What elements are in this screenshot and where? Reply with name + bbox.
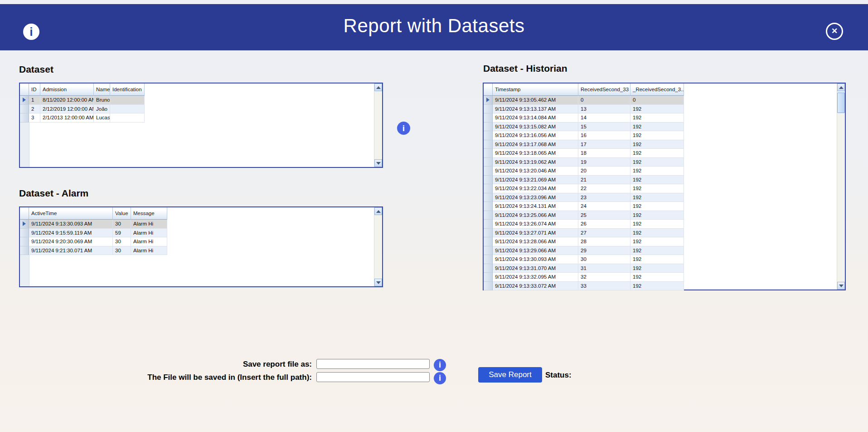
table-row[interactable]: 9/11/2024 9:20:30.069 AM30Alarm Hi — [20, 237, 382, 246]
row-header-cell[interactable] — [484, 123, 493, 132]
table-row[interactable]: 9/11/2024 9:13:25.066 AM25192 — [484, 211, 845, 220]
cell[interactable]: 9/11/2024 9:13:16.056 AM — [493, 131, 578, 140]
row-header-cell[interactable] — [484, 167, 493, 176]
column-header-receivedsecond-33[interactable]: ReceivedSecond_33 — [578, 83, 630, 96]
table-row[interactable]: 9/11/2024 9:21:30.071 AM30Alarm Hi — [20, 246, 382, 255]
cell[interactable]: 9/11/2024 9:13:25.066 AM — [493, 211, 578, 220]
cell[interactable]: 1 — [29, 96, 40, 105]
table-row[interactable]: 9/11/2024 9:13:24.131 AM24192 — [484, 202, 845, 211]
file-name-info-icon[interactable]: i — [434, 359, 446, 371]
select-all-corner-cell[interactable] — [484, 83, 493, 96]
cell[interactable]: Alarm Hi — [131, 237, 167, 246]
cell[interactable]: 0 — [630, 96, 684, 105]
scroll-up-button[interactable] — [837, 83, 845, 91]
file-path-info-icon[interactable]: i — [434, 372, 446, 384]
row-header-cell[interactable] — [484, 264, 493, 273]
row-header-cell[interactable] — [484, 229, 493, 238]
cell[interactable]: 192 — [630, 255, 684, 264]
cell[interactable]: 2/12/2019 12:00:00 AM — [40, 105, 94, 114]
cell[interactable]: 2 — [29, 105, 40, 114]
cell[interactable]: 30 — [578, 255, 630, 264]
column-header-timestamp[interactable]: Timestamp — [493, 83, 578, 96]
table-row[interactable]: 32/1/2013 12:00:00 AMLucas — [20, 113, 382, 123]
cell[interactable]: 9/11/2024 9:13:28.066 AM — [493, 237, 578, 246]
cell[interactable]: 9/11/2024 9:13:30.093 AM — [29, 220, 113, 229]
cell[interactable]: 24 — [578, 202, 630, 211]
table-row[interactable]: 9/11/2024 9:13:27.071 AM27192 — [484, 229, 845, 238]
row-header-cell[interactable] — [484, 282, 493, 291]
column-header-identification[interactable]: Identification — [110, 83, 145, 96]
cell[interactable]: 9/11/2024 9:13:26.074 AM — [493, 220, 578, 229]
table-row[interactable]: 9/11/2024 9:13:16.056 AM16192 — [484, 131, 845, 140]
cell[interactable]: 27 — [578, 229, 630, 238]
column-header-receivedsecond-3[interactable]: _ReceivedSecond_3... — [630, 83, 684, 96]
cell[interactable]: 192 — [630, 246, 684, 255]
cell[interactable]: 18 — [578, 149, 630, 158]
row-header-cell[interactable] — [484, 211, 493, 220]
cell[interactable]: 8/11/2020 12:00:00 AM — [40, 96, 94, 105]
cell[interactable]: 9/11/2024 9:13:29.066 AM — [493, 246, 578, 255]
cell[interactable]: 192 — [630, 273, 684, 282]
table-row[interactable]: 9/11/2024 9:13:28.066 AM28192 — [484, 237, 845, 246]
cell[interactable]: 30 — [113, 246, 131, 255]
cell[interactable]: 17 — [578, 140, 630, 149]
cell[interactable]: 23 — [578, 193, 630, 202]
cell[interactable] — [110, 113, 145, 123]
table-row[interactable]: 9/11/2024 9:15:59.119 AM59Alarm Hi — [20, 229, 382, 238]
file-path-input[interactable] — [316, 372, 430, 382]
row-header-cell[interactable] — [484, 176, 493, 185]
cell[interactable]: 20 — [578, 167, 630, 176]
row-header-cell[interactable] — [20, 105, 29, 114]
cell[interactable]: 26 — [578, 220, 630, 229]
cell[interactable]: 59 — [113, 229, 131, 238]
cell[interactable]: 192 — [630, 158, 684, 167]
cell[interactable]: 9/11/2024 9:13:22.034 AM — [493, 184, 578, 193]
row-header-cell[interactable] — [484, 202, 493, 211]
row-header-cell[interactable] — [484, 237, 493, 246]
close-icon[interactable]: ✕ — [826, 23, 843, 40]
cell[interactable]: 14 — [578, 113, 630, 123]
dataset-info-icon[interactable]: i — [397, 122, 410, 135]
table-row[interactable]: 9/11/2024 9:13:17.068 AM17192 — [484, 140, 845, 149]
table-row[interactable]: 9/11/2024 9:13:29.066 AM29192 — [484, 246, 845, 255]
alarm-vertical-scrollbar[interactable] — [374, 207, 382, 286]
cell[interactable]: 9/11/2024 9:13:19.062 AM — [493, 158, 578, 167]
cell[interactable]: 13 — [578, 105, 630, 114]
table-row[interactable]: 9/11/2024 9:13:18.065 AM18192 — [484, 149, 845, 158]
cell[interactable]: 192 — [630, 193, 684, 202]
column-header-value[interactable]: Value — [113, 207, 131, 220]
scroll-up-button[interactable] — [374, 83, 382, 91]
cell[interactable]: Bruno — [94, 96, 110, 105]
cell[interactable]: 192 — [630, 211, 684, 220]
cell[interactable]: 9/11/2024 9:13:13.137 AM — [493, 105, 578, 114]
cell[interactable]: 9/11/2024 9:13:14.084 AM — [493, 113, 578, 123]
row-header-cell[interactable] — [484, 96, 493, 105]
row-header-cell[interactable] — [484, 158, 493, 167]
row-header-cell[interactable] — [20, 229, 29, 238]
cell[interactable]: 9/11/2024 9:13:27.071 AM — [493, 229, 578, 238]
column-header-name[interactable]: Name — [94, 83, 110, 96]
table-row[interactable]: 9/11/2024 9:13:31.070 AM31192 — [484, 264, 845, 273]
table-row[interactable]: 9/11/2024 9:13:30.093 AM30Alarm Hi — [20, 220, 382, 229]
cell[interactable]: 30 — [113, 220, 131, 229]
cell[interactable]: 9/11/2024 9:13:18.065 AM — [493, 149, 578, 158]
row-header-cell[interactable] — [484, 184, 493, 193]
row-header-cell[interactable] — [484, 246, 493, 255]
table-row[interactable]: 9/11/2024 9:13:14.084 AM14192 — [484, 113, 845, 123]
table-row[interactable]: 9/11/2024 9:13:33.072 AM33192 — [484, 282, 845, 291]
scroll-down-button[interactable] — [374, 279, 382, 286]
row-header-cell[interactable] — [484, 131, 493, 140]
cell[interactable]: 2/1/2013 12:00:00 AM — [40, 113, 94, 123]
cell[interactable] — [110, 96, 145, 105]
cell[interactable]: 0 — [578, 96, 630, 105]
cell[interactable]: 32 — [578, 273, 630, 282]
cell[interactable]: 192 — [630, 149, 684, 158]
historian-vertical-scrollbar[interactable] — [837, 83, 845, 290]
table-row[interactable]: 9/11/2024 9:13:15.082 AM15192 — [484, 123, 845, 132]
cell[interactable]: 192 — [630, 229, 684, 238]
cell[interactable]: 22 — [578, 184, 630, 193]
cell[interactable]: 9/11/2024 9:13:32.095 AM — [493, 273, 578, 282]
cell[interactable]: 9/11/2024 9:13:20.046 AM — [493, 167, 578, 176]
row-header-cell[interactable] — [484, 220, 493, 229]
cell[interactable]: 192 — [630, 184, 684, 193]
